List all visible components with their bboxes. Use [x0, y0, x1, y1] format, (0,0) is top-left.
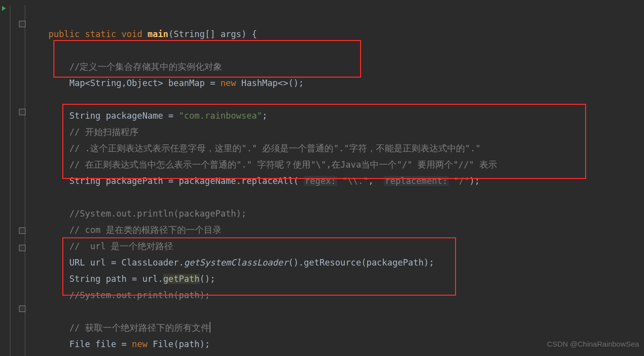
line: // com 是在类的根路径下的一个目录 — [48, 225, 222, 235]
line: String packageName = "com.rainbowsea"; — [48, 111, 268, 121]
gutter — [0, 0, 30, 356]
code-editor[interactable]: public static void main(String[] args) {… — [0, 0, 644, 356]
line: String path = url.getPath(); — [48, 274, 215, 284]
line: URL url = ClassLoader.getSystemClassLoad… — [48, 258, 434, 267]
text-cursor — [210, 322, 210, 333]
line: // 在正则表达式当中怎么表示一个普通的"." 字符呢？使用"\",在Java当… — [48, 160, 497, 170]
line: //System.out.println(packagePath); — [48, 209, 246, 219]
line: //System.out.println(path); — [48, 290, 210, 300]
line: public static void main(String[] args) { — [48, 29, 257, 39]
line: // 获取一个绝对路径下的所有文件 — [48, 323, 210, 333]
code-area[interactable]: public static void main(String[] args) {… — [30, 0, 497, 356]
watermark-text: CSDN @ChinaRainbowSea — [547, 336, 639, 352]
line: //定义一个集合存储其中的实例化对象 — [48, 62, 222, 72]
line: Map<String,Object> beanMap = new HashMap… — [48, 78, 304, 88]
line: File file = new File(path); — [48, 339, 210, 349]
line: // 开始扫描程序 — [48, 127, 138, 137]
line: String packagePath = packageName.replace… — [48, 176, 480, 186]
line: // url 是一个绝对路径 — [48, 241, 173, 251]
line: // .这个正则表达式表示任意字母，这里的"." 必须是一个普通的"."字符，不… — [48, 143, 481, 153]
